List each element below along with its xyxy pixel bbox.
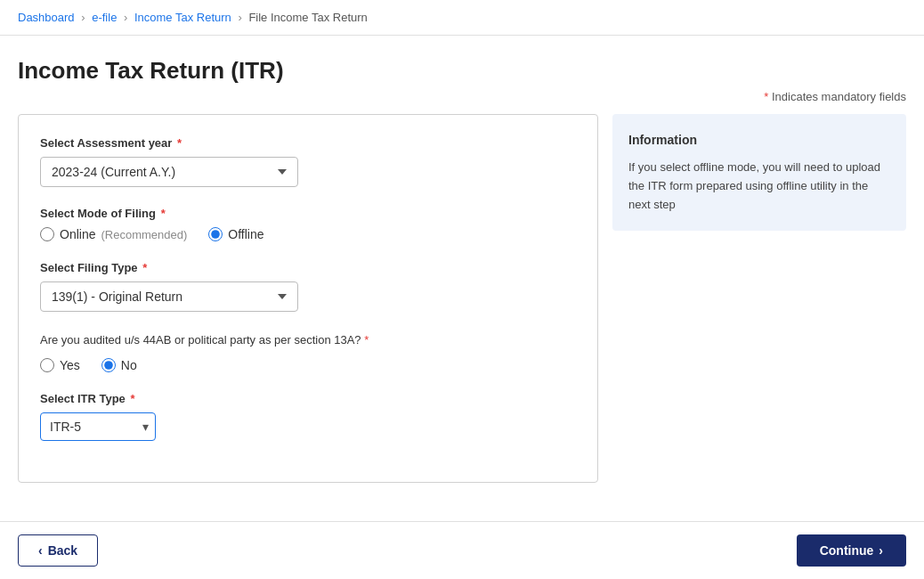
itr-select-wrapper: ITR-1 ITR-2 ITR-3 ITR-4 ITR-5 ITR-6 ITR-…	[40, 412, 156, 441]
filing-type-select[interactable]: 139(1) - Original Return 139(4) - Belate…	[40, 281, 298, 312]
audit-yes-radio[interactable]	[40, 358, 54, 372]
form-card: Select Assessment year * 2023-24 (Curren…	[18, 114, 598, 483]
mandatory-text: Indicates mandatory fields	[772, 90, 906, 103]
breadcrumb-sep-1: ›	[81, 11, 88, 24]
audit-radio-group: Yes No	[40, 358, 576, 372]
audit-no-radio[interactable]	[101, 358, 116, 372]
mode-online-option[interactable]: Online (Recommended)	[40, 227, 187, 241]
content-row: Select Assessment year * 2023-24 (Curren…	[18, 114, 906, 483]
continue-arrow-icon: ›	[879, 543, 883, 558]
itr-type-label: Select ITR Type *	[40, 392, 576, 405]
breadcrumb-efile[interactable]: e-file	[92, 11, 117, 24]
back-label: Back	[48, 543, 77, 558]
breadcrumb-dashboard[interactable]: Dashboard	[18, 11, 75, 24]
breadcrumb-sep-3: ›	[238, 11, 245, 24]
back-button[interactable]: ‹ Back	[18, 534, 98, 567]
filing-type-group: Select Filing Type * 139(1) - Original R…	[40, 261, 576, 312]
mode-online-label: Online	[60, 227, 95, 241]
audit-no-option[interactable]: No	[101, 358, 137, 372]
audit-yes-label: Yes	[60, 358, 80, 372]
assessment-year-star: *	[174, 136, 182, 150]
assessment-year-select[interactable]: 2023-24 (Current A.Y.) 2022-23 2021-22	[40, 157, 298, 187]
filing-type-star: *	[140, 261, 148, 274]
mode-online-radio[interactable]	[40, 227, 54, 241]
main-content: Income Tax Return (ITR) * Indicates mand…	[0, 36, 924, 554]
mode-of-filing-label: Select Mode of Filing *	[40, 207, 576, 220]
mode-of-filing-group: Select Mode of Filing * Online (Recommen…	[40, 207, 576, 241]
itr-type-group: Select ITR Type * ITR-1 ITR-2 ITR-3 ITR-…	[40, 392, 576, 441]
mode-offline-radio[interactable]	[208, 227, 223, 241]
breadcrumb-sep-2: ›	[124, 11, 131, 24]
mode-offline-label: Offline	[228, 227, 263, 241]
back-arrow-icon: ‹	[38, 543, 43, 558]
itr-type-star: *	[127, 392, 135, 405]
info-panel-text: If you select offline mode, you will nee…	[628, 159, 890, 214]
mode-of-filing-radio-group: Online (Recommended) Offline	[40, 227, 576, 241]
page-title: Income Tax Return (ITR)	[18, 57, 906, 85]
audit-question-group: Are you audited u/s 44AB or political pa…	[40, 331, 576, 372]
continue-label: Continue	[820, 543, 874, 558]
filing-type-label: Select Filing Type *	[40, 261, 576, 274]
mode-of-filing-star: *	[158, 207, 166, 220]
breadcrumb-income-tax-return[interactable]: Income Tax Return	[134, 11, 231, 24]
assessment-year-group: Select Assessment year * 2023-24 (Curren…	[40, 136, 576, 187]
mandatory-star: *	[764, 90, 768, 103]
continue-button[interactable]: Continue ›	[797, 534, 906, 567]
info-panel-title: Information	[628, 130, 890, 150]
mandatory-note: * Indicates mandatory fields	[18, 90, 906, 103]
mode-offline-option[interactable]: Offline	[208, 227, 263, 241]
audit-no-label: No	[121, 358, 137, 372]
audit-star: *	[361, 333, 369, 347]
itr-type-select[interactable]: ITR-1 ITR-2 ITR-3 ITR-4 ITR-5 ITR-6 ITR-…	[40, 412, 156, 441]
bottom-bar: ‹ Back Continue ›	[0, 521, 924, 579]
audit-yes-option[interactable]: Yes	[40, 358, 80, 372]
mode-online-secondary: (Recommended)	[101, 228, 187, 241]
breadcrumb: Dashboard › e-file › Income Tax Return ›…	[0, 0, 924, 36]
info-panel: Information If you select offline mode, …	[612, 114, 906, 231]
assessment-year-label: Select Assessment year *	[40, 136, 576, 150]
breadcrumb-current: File Income Tax Return	[248, 11, 367, 24]
audit-question-text: Are you audited u/s 44AB or political pa…	[40, 331, 576, 349]
